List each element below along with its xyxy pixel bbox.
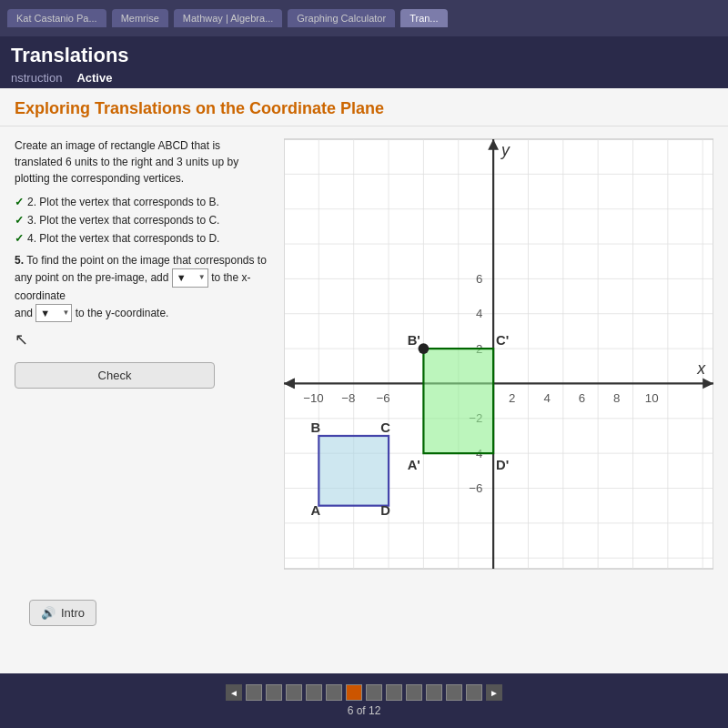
page-nav: nstruction Active [11,71,717,85]
step-4-label: 4. Plot the vertex that corresponds to D… [27,232,219,245]
page-header: Translations nstruction Active [0,36,728,88]
page-10-square[interactable] [426,684,442,701]
intro-button[interactable]: 🔊 Intro [29,600,96,626]
checkmark-3: ✓ [15,214,24,227]
y-dropdown[interactable]: ▼ [35,304,72,323]
svg-text:C': C' [496,333,509,348]
svg-text:2: 2 [509,391,515,405]
svg-text:y: y [500,141,511,159]
prev-page-button[interactable]: ◄ [226,684,242,701]
svg-text:D: D [380,503,390,518]
page-6-square[interactable] [346,684,362,701]
svg-text:−6: −6 [469,481,482,495]
svg-text:B': B' [408,333,420,348]
svg-text:8: 8 [613,391,620,405]
svg-text:10: 10 [645,391,659,405]
step-5-and: and [15,307,35,319]
page-5-square[interactable] [326,684,342,701]
svg-rect-46 [318,436,389,506]
page-4-square[interactable] [306,684,322,701]
intro-label: Intro [61,606,85,620]
page-1-square[interactable] [246,684,262,701]
tab-graphing-calculator[interactable]: Graphing Calculator [288,9,395,27]
page-title: Translations [11,44,717,67]
step-5-label: 5. [15,254,26,267]
tab-memrise[interactable]: Memrise [112,9,168,27]
tab-translations[interactable]: Tran... [400,9,447,27]
page-count: 6 of 12 [348,704,381,717]
pagination-bar: ◄ ► 6 of 12 [0,673,728,728]
main-content: Exploring Translations on the Coordinate… [0,88,728,725]
checkmark-4: ✓ [15,232,24,245]
svg-rect-47 [423,349,493,453]
svg-text:−8: −8 [341,391,355,405]
page-3-square[interactable] [286,684,302,701]
svg-text:x: x [696,359,706,378]
svg-text:6: 6 [579,391,585,405]
lesson-title: Exploring Translations on the Coordinate… [15,99,713,118]
step-2: ✓ 2. Plot the vertex that corresponds to… [15,196,269,208]
cursor-indicator: ↖ [15,329,269,349]
x-dropdown[interactable]: ▼ [172,268,208,288]
page-8-square[interactable] [386,684,402,701]
nav-active[interactable]: Active [76,71,112,85]
tab-rat-castanio[interactable]: Kat Castanio Pa... [7,9,106,27]
svg-text:6: 6 [476,272,482,286]
speaker-icon: 🔊 [41,606,56,620]
lesson-header: Exploring Translations on the Coordinate… [0,88,728,126]
nav-instruction[interactable]: nstruction [11,71,62,85]
svg-text:−10: −10 [303,391,324,405]
page-7-square[interactable] [366,684,382,701]
step-3-label: 3. Plot the vertex that corresponds to C… [27,214,219,227]
page-11-square[interactable] [446,684,462,701]
step-3: ✓ 3. Plot the vertex that corresponds to… [15,214,269,227]
next-page-button[interactable]: ► [486,684,502,701]
svg-text:4: 4 [543,391,550,405]
intro-section: 🔊 Intro [0,581,728,644]
page-9-square[interactable] [406,684,422,701]
step-5-text3: to the y-coordinate. [76,307,169,319]
svg-text:C: C [380,420,390,435]
browser-tab-bar: Kat Castanio Pa... Memrise Mathway | Alg… [0,0,728,36]
intro-text: Create an image of rectangle ABCD that i… [15,137,269,187]
page-2-square[interactable] [266,684,282,701]
svg-text:D': D' [496,458,509,472]
step-4: ✓ 4. Plot the vertex that corresponds to… [15,232,269,245]
instructions-panel: Create an image of rectangle ABCD that i… [15,137,269,571]
svg-text:A': A' [408,458,420,472]
coordinate-graph[interactable]: x y −10 −8 −6 2 4 6 8 10 6 [284,137,713,571]
check-button[interactable]: Check [15,362,215,389]
svg-text:−6: −6 [377,391,390,405]
step-5: 5. To find the point on the image that c… [15,252,269,322]
svg-text:A: A [311,503,321,518]
pagination-squares: ◄ ► [226,684,502,701]
page-12-square[interactable] [466,684,482,701]
graph-panel: x y −10 −8 −6 2 4 6 8 10 6 [284,137,713,571]
svg-text:B: B [311,420,321,435]
lesson-body: Create an image of rectangle ABCD that i… [0,126,728,581]
checkmark-2: ✓ [15,196,24,208]
tab-mathway[interactable]: Mathway | Algebra... [174,9,282,27]
step-2-label: 2. Plot the vertex that corresponds to B… [27,196,219,208]
svg-text:4: 4 [476,307,482,320]
